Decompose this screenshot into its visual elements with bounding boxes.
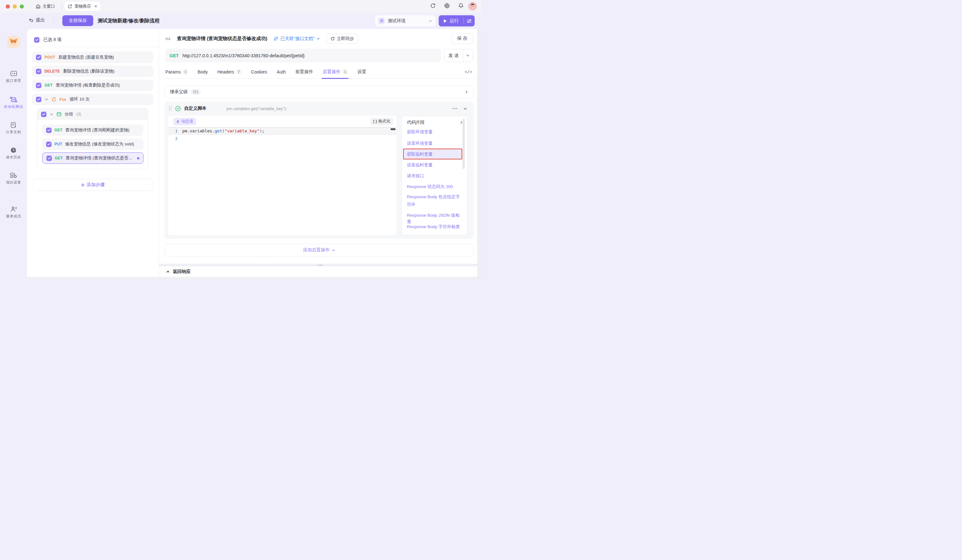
step-group: 分组 (3) GET 查询宠物详情 (查询刚刚建的宠物) PUT 修改宠物信息 … bbox=[37, 108, 148, 169]
select-all-checkbox[interactable] bbox=[34, 37, 39, 43]
send-split-button[interactable]: 发 送 bbox=[444, 49, 473, 62]
send-options-button[interactable] bbox=[463, 49, 473, 62]
save-all-button[interactable]: 全部保存 bbox=[62, 15, 93, 26]
response-collapse-bar[interactable]: 返回响应 bbox=[159, 266, 481, 277]
step-checkbox[interactable] bbox=[36, 97, 41, 102]
invite-member-icon bbox=[0, 206, 27, 212]
close-tab-icon[interactable]: ✕ bbox=[94, 4, 97, 9]
save-button[interactable]: 保 存 bbox=[451, 33, 473, 44]
step-name: 查询宠物详情 (查询宠物状态是否... bbox=[66, 155, 132, 161]
snippet-response-body-json-check[interactable]: Response Body JSON 值检查 bbox=[407, 212, 463, 225]
step-item-post[interactable]: POST 新建宠物信息 (新建在售宠物) bbox=[32, 52, 153, 63]
project-logo[interactable] bbox=[7, 36, 20, 48]
group-step-get-1[interactable]: GET 查询宠物详情 (查询刚刚建的宠物) bbox=[42, 124, 144, 136]
script-header[interactable]: 自定义脚本 pm.variables.get("variable_key"); bbox=[165, 101, 474, 116]
tab-auth[interactable]: Auth bbox=[277, 65, 286, 79]
code-text[interactable]: pm.variables.get("variable_key"); bbox=[182, 129, 264, 133]
notifications-bell-icon[interactable] bbox=[458, 3, 464, 9]
code-line-active[interactable]: 1 pm.variables.get("variable_key"); bbox=[168, 127, 396, 135]
sidebar-item-share-docs[interactable]: 分享文档 bbox=[0, 122, 27, 135]
snippet-response-body-string-check[interactable]: Response Body 字符串检查 bbox=[407, 224, 463, 230]
sidebar-item-project-settings[interactable]: 项目设置 bbox=[0, 172, 27, 185]
minimize-window-button[interactable] bbox=[13, 5, 17, 9]
linked-api-doc-dropdown[interactable]: 已关联“接口文档” bbox=[274, 36, 320, 42]
tab-settings[interactable]: 设置 bbox=[357, 65, 366, 79]
dynamic-value-button[interactable]: 动态值 bbox=[173, 118, 196, 125]
add-post-action-button[interactable]: 添加后置操作 bbox=[165, 244, 474, 257]
sidebar-item-api-management[interactable]: 接口管理 bbox=[0, 70, 27, 83]
snippet-response-body-contains[interactable]: Response Body 包含指定字符串 bbox=[407, 193, 463, 208]
close-window-button[interactable] bbox=[6, 5, 10, 9]
collapse-chevron-icon[interactable] bbox=[45, 97, 48, 101]
panel-resize-handle[interactable] bbox=[159, 264, 481, 266]
tab-headers[interactable]: Headers7 bbox=[217, 65, 241, 79]
user-avatar[interactable] bbox=[468, 2, 477, 11]
sidebar-item-invite-members[interactable]: 邀请成员 bbox=[0, 206, 27, 219]
snippet-request-api[interactable]: 请求接口 bbox=[407, 173, 463, 179]
selected-summary-row[interactable]: 已选 8 项 bbox=[34, 37, 62, 43]
environment-name: 测试环境 bbox=[388, 18, 405, 24]
tab-params[interactable]: Params1 bbox=[165, 65, 188, 79]
snippet-set-env-var[interactable]: 设置环境变量 bbox=[407, 140, 463, 147]
more-actions-icon[interactable] bbox=[452, 108, 457, 109]
step-checkbox[interactable] bbox=[36, 83, 41, 88]
enabled-check-icon[interactable] bbox=[175, 106, 181, 111]
step-checkbox[interactable] bbox=[36, 55, 41, 60]
group-checkbox[interactable] bbox=[41, 112, 47, 117]
code-line-empty[interactable]: 2 bbox=[168, 135, 396, 142]
home-tab[interactable]: 主窗口 bbox=[36, 3, 55, 10]
step-checkbox[interactable] bbox=[46, 127, 52, 133]
format-button[interactable]: 格式化 bbox=[370, 118, 394, 125]
step-checkbox[interactable] bbox=[47, 156, 52, 161]
project-tab[interactable]: 宠物商店 ✕ bbox=[65, 2, 100, 11]
step-checkbox[interactable] bbox=[46, 142, 52, 147]
test-steps-panel: 已选 8 项 POST 新建宠物信息 (新建在售宠物) DELETE 删除宠物信… bbox=[27, 29, 159, 280]
settings-gear-icon[interactable] bbox=[444, 3, 450, 9]
exit-button[interactable]: 退出 bbox=[29, 17, 45, 23]
snippet-get-env-var[interactable]: 获取环境变量 bbox=[407, 129, 463, 135]
method-label: PUT bbox=[54, 142, 62, 146]
group-step-put[interactable]: PUT 修改宠物信息 (修改宠物状态为 sold) bbox=[42, 139, 144, 150]
snippet-response-status-200[interactable]: Response 状态码为 200 bbox=[407, 184, 463, 190]
step-item-get[interactable]: GET 查询宠物详情 (检查删除是否成功) bbox=[32, 79, 153, 91]
maximize-window-button[interactable] bbox=[20, 5, 24, 9]
tab-body[interactable]: Body bbox=[198, 65, 208, 79]
step-item-delete[interactable]: DELETE 删除宠物信息 (删除该宠物) bbox=[32, 66, 153, 77]
back-response-label: 返回响应 bbox=[173, 269, 190, 274]
sidebar-item-request-history[interactable]: 请求历史 bbox=[0, 147, 27, 160]
snippet-get-temp-var[interactable]: 获取临时变量 bbox=[407, 151, 463, 158]
snippets-scrollbar[interactable] bbox=[463, 119, 465, 169]
step-name: 查询宠物详情 (查询刚刚建的宠物) bbox=[65, 127, 129, 133]
step-checkbox[interactable] bbox=[36, 69, 41, 74]
environment-select[interactable]: 测 测试环境 bbox=[375, 15, 436, 26]
tab-cookies[interactable]: Cookies bbox=[251, 65, 267, 79]
refresh-icon[interactable] bbox=[430, 3, 436, 9]
tab-pre-actions[interactable]: 前置操作 bbox=[295, 65, 313, 79]
sidebar-item-label: 接口管理 bbox=[0, 78, 27, 83]
sidebar-item-automated-testing[interactable]: 自动化测试 bbox=[0, 97, 27, 109]
request-url-bar[interactable]: GET http://127.0.0.1:4523/m1/3760340-339… bbox=[165, 49, 441, 62]
script-code-editor[interactable]: 动态值 格式化 1 pm.variables.get("variable_key… bbox=[168, 116, 396, 235]
send-button[interactable]: 发 送 bbox=[444, 49, 463, 62]
run-button[interactable]: 运行 bbox=[439, 15, 463, 26]
chevron-down-icon bbox=[332, 249, 335, 252]
group-count: (3) bbox=[76, 112, 81, 116]
snippet-set-temp-var[interactable]: 设置临时变量 bbox=[407, 162, 463, 168]
run-split-button[interactable]: 运行 bbox=[439, 15, 475, 26]
tab-post-actions[interactable]: 后置操作1 bbox=[323, 65, 348, 79]
request-method[interactable]: GET bbox=[169, 53, 179, 58]
collapse-chevron-icon[interactable] bbox=[50, 112, 53, 116]
drag-handle-icon[interactable] bbox=[169, 106, 172, 111]
traffic-lights[interactable] bbox=[6, 5, 24, 9]
run-config-button[interactable] bbox=[464, 15, 475, 26]
step-item-for-loop[interactable]: For 循环 10 次 bbox=[32, 94, 153, 105]
code-view-icon[interactable]: </> bbox=[465, 69, 472, 74]
request-title: 查询宠物详情 (查询宠物状态是否修改成功) bbox=[177, 36, 267, 42]
group-header[interactable]: 分组 (3) bbox=[37, 108, 148, 120]
sync-now-button[interactable]: 立即同步 bbox=[326, 34, 358, 44]
inherit-parent-row[interactable]: 继承父级 0/1 bbox=[165, 85, 474, 98]
group-step-get-2-selected[interactable]: GET 查询宠物详情 (查询宠物状态是否... bbox=[42, 152, 144, 164]
add-step-button[interactable]: 添加步骤 bbox=[32, 179, 153, 191]
request-url[interactable]: http://127.0.0.1:4523/m1/3760340-3391760… bbox=[182, 53, 305, 58]
collapse-chevron-icon[interactable] bbox=[463, 107, 467, 111]
